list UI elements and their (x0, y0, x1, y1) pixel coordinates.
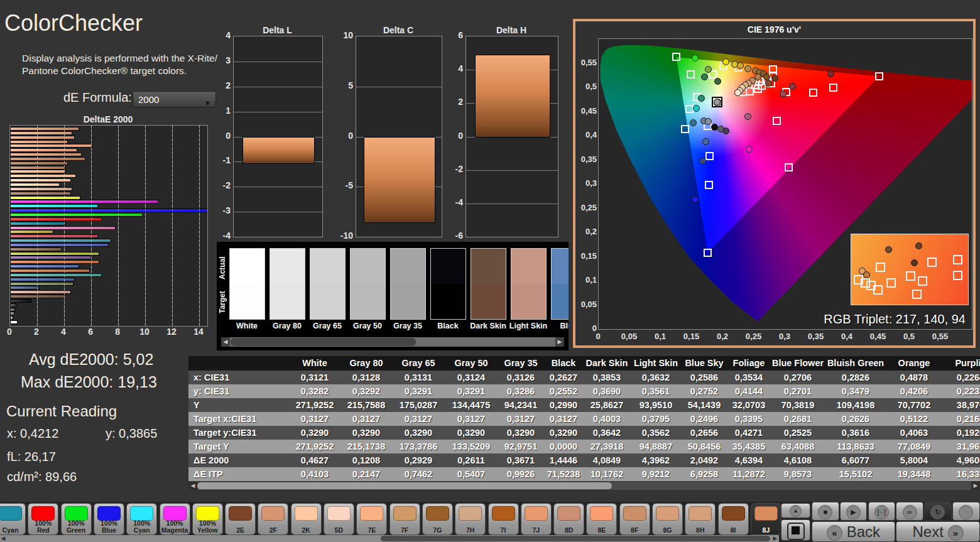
patch-color-chip (492, 506, 515, 521)
deltae-bar (10, 200, 158, 203)
patch-button-7i[interactable]: 7I (488, 503, 519, 535)
record-button[interactable] (952, 502, 980, 521)
swatch-gray-80 (270, 248, 305, 320)
cie-target-marker (705, 152, 714, 160)
patch-button-100-red[interactable]: 100% Red (28, 503, 58, 535)
table-scroll-left-arrow[interactable]: ◀ (188, 482, 197, 490)
patch-button-100-blue[interactable]: 100% Blue (94, 503, 124, 535)
cie-target-marker (685, 105, 694, 113)
reading-fl-value: fL: 26,17 (7, 450, 56, 464)
table-scroll-thumb[interactable] (197, 482, 612, 489)
dl-tick-label: -4 (212, 230, 231, 241)
patch-button-7j[interactable]: 7J (521, 503, 552, 535)
patch-button-100-yellow[interactable]: 100% Yellow (192, 503, 223, 535)
stop-button[interactable]: ■ (812, 502, 839, 521)
eject-button[interactable]: ▲ (781, 503, 810, 518)
patch-label: 2E (226, 527, 255, 534)
patch-button-5d[interactable]: 5D (324, 503, 354, 535)
deltae-bar (10, 187, 72, 191)
dh-tick-label: -2 (444, 164, 463, 174)
patch-button-100-green[interactable]: 100% Green (61, 503, 92, 535)
swatch-actual (230, 249, 264, 284)
toolbar-scroll-right-arrow[interactable]: ▶ (771, 535, 779, 542)
patch-button-8f[interactable]: 8F (619, 503, 650, 535)
patch-button-2k[interactable]: 2K (291, 503, 322, 535)
patch-button-7h[interactable]: 7H (455, 503, 486, 535)
patch-button-7f[interactable]: 7F (389, 503, 420, 535)
patch-button-8h[interactable]: 8H (685, 503, 716, 535)
cie-measured-marker (692, 196, 699, 203)
patch-button-2f[interactable]: 2F (258, 503, 288, 535)
loop-infinite-button[interactable]: ∞ (896, 502, 923, 521)
patch-button-7g[interactable]: 7G (422, 503, 453, 535)
deltae-bar (10, 264, 79, 268)
table-cell: 0,2147 (340, 467, 392, 481)
table-column-header: Bluish Green (825, 356, 886, 371)
deltae-bar (10, 140, 68, 144)
next-chevron-icon: » (948, 525, 964, 541)
table-cell: 63,4088 (770, 440, 825, 453)
cie-y-tick-label: 0,2 (573, 227, 597, 236)
patch-button-100-magenta[interactable]: 100% Magenta (160, 503, 190, 535)
swatch-label: Gray 65 (305, 322, 350, 330)
table-cell: 10,1762 (583, 467, 631, 481)
table-cell: 0,2166 (942, 412, 980, 426)
cie-x-tick-label: 0,4 (835, 332, 859, 341)
step-button[interactable]: [··] (868, 502, 896, 521)
next-button[interactable]: Next » (896, 521, 980, 542)
patch-button-7e[interactable]: 7E (356, 503, 387, 535)
target-label: Target (218, 285, 227, 320)
de-formula-value: 2000 (138, 94, 159, 105)
patch-color-chip (426, 506, 449, 521)
table-cell: 133,5209 (445, 440, 498, 453)
back-button[interactable]: « Back (812, 521, 895, 542)
patch-button-8i[interactable]: 8I (718, 503, 749, 535)
de-formula-dropdown[interactable]: 2000 ▼ (133, 91, 216, 107)
table-scrollbar[interactable]: ◀ ▶ (188, 482, 980, 490)
swatch-actual (270, 249, 305, 284)
patch-label: 8J (751, 527, 781, 534)
table-cell: 71,5238 (544, 467, 583, 481)
inset-measured-marker (885, 246, 892, 253)
table-cell: 1,4446 (544, 453, 583, 467)
table-cell: 0,3690 (583, 384, 631, 398)
deltae-gridline-overlay (91, 126, 92, 326)
refresh-button[interactable]: ↻ (924, 502, 952, 521)
patch-button-8e[interactable]: 8E (586, 503, 617, 535)
stop-large-button[interactable] (781, 519, 810, 541)
patch-button-8j[interactable]: 8J (751, 503, 781, 535)
strip-scrollbar[interactable]: ◀ ▶ (221, 337, 564, 347)
patch-color-chip (65, 506, 88, 521)
patch-label: 8F (620, 527, 650, 534)
patch-button-8d[interactable]: 8D (553, 503, 584, 535)
inset-target-marker (918, 276, 927, 286)
strip-scroll-right-arrow[interactable]: ▶ (555, 337, 564, 347)
patch-button-cyan[interactable]: Cyan (0, 503, 26, 535)
play-button[interactable]: ▶ (840, 502, 868, 521)
inset-target-marker (953, 255, 962, 264)
strip-scroll-left-arrow[interactable]: ◀ (221, 337, 230, 347)
table-cell: 0,3127 (544, 412, 583, 426)
deltae-bar (10, 157, 85, 161)
deltae-gridline-overlay (199, 126, 200, 326)
deltae-bar (10, 256, 91, 259)
table-row: x: CIE310,31210,31280,31310,31240,31260,… (188, 371, 980, 384)
cie-target-marker (829, 84, 837, 92)
strip-scroll-thumb[interactable] (231, 338, 416, 346)
dh-bar (475, 55, 550, 138)
table-scroll-right-arrow[interactable]: ▶ (971, 482, 980, 490)
dl-tick-label: -3 (212, 205, 231, 215)
toolbar-scroll-left-arrow[interactable]: ◀ (0, 535, 6, 542)
deltae-bar (10, 320, 18, 324)
patch-color-chip (327, 506, 351, 521)
patch-button-8g[interactable]: 8G (652, 503, 683, 535)
cie-y-tick-label: 0,05 (573, 300, 597, 309)
toolbar-scrollbar[interactable]: ◀ ▶ (0, 535, 779, 542)
toolbar-scroll-thumb[interactable] (381, 536, 770, 541)
swatch-blue (551, 248, 569, 320)
patch-button-100-cyan[interactable]: 100% Cyan (126, 503, 157, 535)
deltae-bar (10, 192, 71, 195)
next-button-label: Next (912, 523, 943, 540)
patch-button-2e[interactable]: 2E (225, 503, 256, 535)
deltae-bar (10, 222, 65, 225)
